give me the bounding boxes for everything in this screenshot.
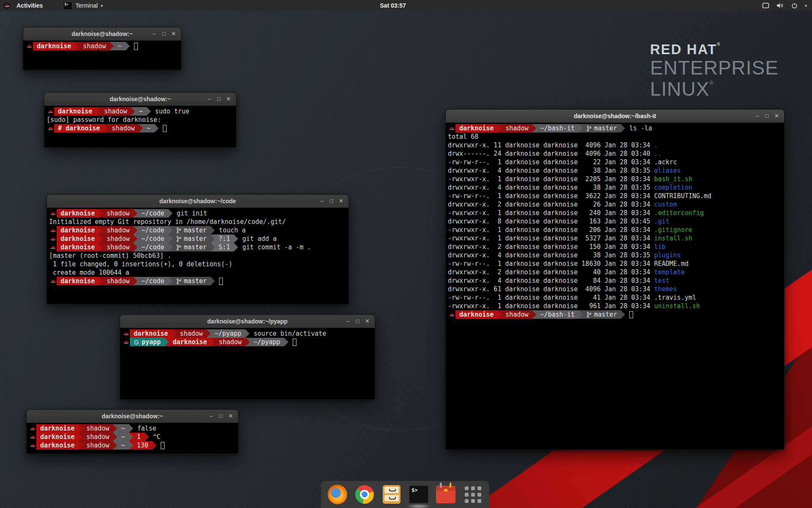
- file-name: .travis.yml: [654, 294, 696, 301]
- powerline-separator: [145, 433, 149, 441]
- terminal-content[interactable]: darknoiseshadow~falsedarknoiseshadow~1^C…: [27, 423, 238, 450]
- powerline-separator: [532, 310, 536, 319]
- terminal-line: [sudo] password for darknoise:: [47, 116, 236, 124]
- rhel-logo-enterprise: ENTERPRISE: [650, 58, 779, 77]
- dock-terminal[interactable]: $>: [409, 485, 428, 504]
- prompt-segment: ~/pyapp: [250, 338, 284, 346]
- powerline-separator: [78, 424, 82, 433]
- minimize-button[interactable]: –: [206, 410, 216, 422]
- dock-files[interactable]: [382, 485, 401, 504]
- window-title: darknoise@shadow:~/pyapp: [207, 318, 288, 325]
- dock-toolbox[interactable]: [436, 485, 455, 504]
- minimize-button[interactable]: –: [317, 195, 326, 207]
- powerline-separator: [579, 310, 583, 319]
- close-button[interactable]: ✕: [224, 93, 233, 105]
- terminal-line: drwxrwxr-x. 2 darknoise darknoise 40 Jan…: [448, 268, 784, 276]
- file-name: .: [654, 141, 658, 149]
- powerline-separator: [113, 424, 117, 433]
- powerline-separator: [532, 124, 536, 133]
- prompt-segment: shadow: [502, 124, 532, 133]
- redhat-prompt-icon: [25, 42, 33, 50]
- ls-line: -rwxrwxr-x. 1 darknoise darknoise 961 Ja…: [448, 302, 700, 310]
- terminal-window-t5[interactable]: darknoise@shadow:~–□✕darknoiseshadow~fal…: [26, 409, 239, 454]
- prompt-segment: master: [173, 243, 211, 251]
- clock[interactable]: Sat 03:57: [380, 2, 406, 9]
- dock-firefox[interactable]: [328, 485, 347, 504]
- powerline-separator: [621, 124, 625, 133]
- minimize-button[interactable]: –: [149, 28, 159, 40]
- close-button[interactable]: ✕: [226, 410, 236, 422]
- file-name: template: [654, 268, 685, 276]
- powerline-separator: [99, 226, 103, 235]
- window-titlebar[interactable]: darknoise@shadow:~–□✕: [23, 28, 181, 41]
- window-titlebar[interactable]: darknoise@shadow:~/pyapp–□✕: [120, 315, 375, 328]
- powerline-separator: [234, 243, 238, 251]
- terminal-line: drwxrwxr-x. 4 darknoise darknoise 38 Jan…: [448, 183, 784, 192]
- window-titlebar[interactable]: darknoise@shadow:~–□✕: [44, 93, 236, 106]
- dock: $>: [321, 481, 489, 508]
- terminal-line: darknoiseshadow~/codemastertouch a: [49, 226, 348, 235]
- prompt-segment: shadow: [82, 424, 113, 433]
- ls-line: drwxrwxr-x. 4 darknoise darknoise 38 Jan…: [448, 183, 692, 192]
- powerline-separator: [152, 441, 156, 450]
- powerline-separator: [133, 277, 137, 285]
- app-menu-terminal[interactable]: $> Terminal ▾: [60, 1, 106, 11]
- prompt-segment: darknoise: [57, 209, 99, 218]
- terminal-content[interactable]: darknoiseshadow~/bash-itmasterls -latota…: [446, 123, 784, 319]
- maximize-button[interactable]: □: [216, 410, 226, 422]
- terminal-content[interactable]: darknoiseshadow~: [23, 41, 181, 50]
- chrome-icon: [355, 485, 374, 504]
- command-text: source bin/activate: [250, 329, 326, 338]
- close-button[interactable]: ✕: [362, 315, 372, 328]
- dock-chrome[interactable]: [355, 485, 374, 504]
- powerline-separator: [211, 338, 215, 346]
- terminal-window-t2[interactable]: darknoise@shadow:~–□✕darknoiseshadow~sud…: [44, 92, 236, 148]
- terminal-window-t6[interactable]: darknoise@shadow:~/bash-it–□✕darknoisesh…: [445, 109, 785, 450]
- prompt-segment: ~/code: [137, 226, 168, 235]
- powerline-separator: [165, 338, 169, 346]
- terminal-window-t4[interactable]: darknoise@shadow:~/pyapp–□✕darknoiseshad…: [120, 315, 375, 400]
- terminal-window-t1[interactable]: darknoise@shadow:~–□✕darknoiseshadow~: [23, 27, 181, 70]
- terminal-content[interactable]: darknoiseshadow~/pyappsource bin/activat…: [120, 328, 375, 346]
- maximize-button[interactable]: □: [762, 110, 772, 122]
- app-menu-label: Terminal: [75, 2, 98, 9]
- file-name: .git: [654, 218, 669, 225]
- maximize-button[interactable]: □: [159, 28, 169, 40]
- minimize-button[interactable]: –: [204, 93, 214, 105]
- terminal-line: darknoiseshadow~/bash-itmaster: [448, 310, 784, 319]
- window-titlebar[interactable]: darknoise@shadow:~–□✕: [27, 410, 238, 423]
- window-titlebar[interactable]: darknoise@shadow:~/bash-it–□✕: [446, 110, 784, 123]
- redhat-icon: [3, 2, 11, 9]
- terminal-content[interactable]: darknoiseshadow~sudo true[sudo] password…: [44, 106, 236, 133]
- maximize-button[interactable]: □: [326, 195, 336, 207]
- system-status-area[interactable]: ▾: [762, 3, 807, 9]
- minimize-button[interactable]: –: [343, 315, 353, 328]
- terminal-cursor: [163, 125, 167, 132]
- maximize-button[interactable]: □: [353, 315, 362, 328]
- terminal-line: 1 file changed, 0 insertions(+), 0 delet…: [49, 260, 348, 268]
- prompt-segment: ~: [143, 124, 154, 133]
- terminal-window-t3[interactable]: darknoise@shadow:~/code–□✕darknoiseshado…: [47, 194, 349, 304]
- files-icon: [383, 485, 401, 504]
- ls-line: drwxrwxr-x. 2 darknoise darknoise 150 Ja…: [448, 243, 666, 251]
- activities-button[interactable]: Activities: [14, 2, 45, 9]
- terminal-line: drwxrwxr-x. 8 darknoise darknoise 163 Ja…: [448, 217, 784, 226]
- window-titlebar[interactable]: darknoise@shadow:~/code–□✕: [47, 195, 348, 208]
- file-name: themes: [654, 285, 677, 293]
- minimize-button[interactable]: –: [752, 110, 762, 122]
- command-text: false: [133, 424, 156, 433]
- ls-line: drwx------. 24 darknoise darknoise 4096 …: [448, 149, 662, 158]
- terminal-line: drwxrwxr-x. 4 darknoise darknoise 84 Jan…: [448, 276, 784, 285]
- close-button[interactable]: ✕: [336, 195, 346, 207]
- close-button[interactable]: ✕: [169, 28, 178, 40]
- dock-app-grid[interactable]: [463, 485, 483, 504]
- powerline-separator: [172, 329, 176, 338]
- terminal-content[interactable]: darknoiseshadow~/codegit initInitialized…: [47, 208, 348, 285]
- powerline-separator: [78, 441, 82, 450]
- maximize-button[interactable]: □: [214, 93, 224, 105]
- terminal-line: total 68: [448, 133, 784, 141]
- close-button[interactable]: ✕: [772, 110, 782, 122]
- terminal-line: -rwxrwxr-x. 1 darknoise darknoise 961 Ja…: [448, 302, 784, 310]
- powerline-separator: [99, 243, 103, 251]
- powerline-separator: [129, 441, 133, 450]
